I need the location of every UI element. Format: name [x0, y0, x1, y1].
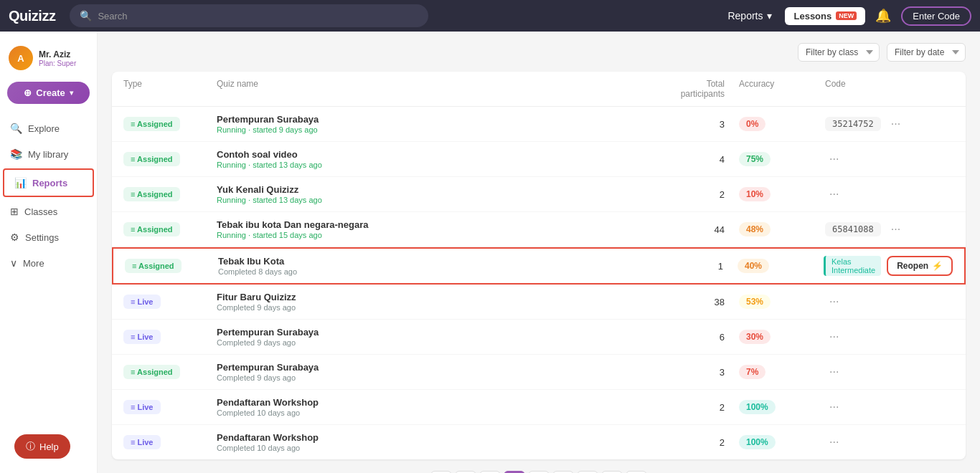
search-bar[interactable]: 🔍: [70, 4, 428, 27]
create-button[interactable]: ⊕ Create ▾: [7, 82, 90, 104]
quiz-name: Yuk Kenali Quizizz: [217, 184, 653, 195]
quiz-status: Running · started 15 days ago: [217, 231, 653, 239]
code-col: ···: [825, 294, 954, 310]
col-type: Type: [123, 79, 217, 99]
accuracy-badge: 0%: [739, 117, 765, 131]
quiz-name: Pertempuran Surabaya: [217, 114, 653, 125]
code-text: 35214752: [825, 117, 881, 131]
more-options-button[interactable]: ···: [825, 186, 843, 202]
type-badge-assigned: ≡ Assigned: [123, 222, 180, 236]
table-row: ≡ Live Fitur Baru Quizizz Completed 9 da…: [112, 285, 966, 320]
sidebar-item-explore[interactable]: 🔍 Explore: [0, 115, 97, 141]
lightning-icon: ⚡: [932, 261, 943, 271]
col-accuracy: Accuracy: [739, 79, 825, 99]
topnav-right: Reports ▾ Lessons NEW 🔔 Enter Code: [722, 5, 971, 27]
table-row: ≡ Assigned Tebak ibu kota Dan negara-neg…: [112, 212, 966, 247]
classes-icon: ⊞: [10, 206, 19, 217]
code-col: ···: [825, 399, 954, 415]
participants-count: 2: [653, 437, 739, 448]
participants-count: 2: [653, 402, 739, 413]
sidebar-item-classes[interactable]: ⊞ Classes: [0, 199, 97, 224]
user-name: Mr. Aziz: [39, 49, 76, 59]
table-row: ≡ Assigned Tebak Ibu Kota Completed 8 da…: [112, 247, 966, 285]
more-options-button[interactable]: ···: [825, 399, 843, 415]
participants-count: 38: [653, 297, 739, 307]
accuracy-badge: 10%: [739, 187, 771, 201]
code-col: 65841088 ···: [825, 221, 954, 237]
quiz-status: Running · started 13 days ago: [217, 161, 653, 169]
code-col: ···: [825, 329, 954, 345]
reopen-button[interactable]: Reopen ⚡: [887, 256, 953, 276]
enter-code-button[interactable]: Enter Code: [901, 6, 971, 26]
new-badge: NEW: [836, 11, 857, 20]
code-text: 65841088: [825, 222, 881, 236]
sidebar-item-more[interactable]: ∨ More: [0, 250, 97, 276]
table-row: ≡ Assigned Pertempuran Surabaya Running …: [112, 107, 966, 142]
search-icon: 🔍: [80, 10, 92, 22]
more-options-button[interactable]: ···: [825, 151, 843, 167]
table-row: ≡ Live Pertempuran Surabaya Completed 9 …: [112, 320, 966, 355]
more-options-button[interactable]: ···: [887, 221, 905, 237]
quiz-status: Completed 9 days ago: [217, 303, 653, 312]
table-header: Type Quiz name Totalparticipants Accurac…: [112, 72, 966, 107]
sidebar: A Mr. Aziz Plan: Super ⊕ Create ▾ 🔍 Expl…: [0, 32, 98, 473]
code-col: Kelas Intermediate Reopen ⚡: [824, 256, 953, 276]
pagination: « ‹ 1 2 3 4 5 › »: [112, 459, 966, 473]
explore-icon: 🔍: [10, 123, 22, 134]
quiz-status: Completed 9 days ago: [217, 373, 653, 382]
library-icon: 📚: [10, 148, 22, 160]
col-participants: Totalparticipants: [653, 79, 739, 99]
help-icon: ⓘ: [26, 440, 35, 453]
quiz-name: Pendaftaran Workshop: [217, 432, 653, 443]
accuracy-badge: 40%: [738, 259, 769, 273]
participants-count: 4: [653, 154, 739, 165]
quiz-name: Fitur Baru Quizizz: [217, 292, 653, 302]
chevron-down-icon: ▾: [767, 10, 772, 22]
sidebar-item-settings[interactable]: ⚙ Settings: [0, 224, 97, 250]
accuracy-badge: 100%: [739, 400, 776, 414]
help-button[interactable]: ⓘ Help: [14, 434, 70, 459]
participants-count: 44: [653, 224, 739, 235]
code-col: ···: [825, 434, 954, 450]
quiz-status: Running · started 13 days ago: [217, 196, 653, 204]
accuracy-badge: 7%: [739, 365, 765, 379]
accuracy-badge: 48%: [739, 222, 771, 236]
type-badge-assigned: ≡ Assigned: [123, 117, 180, 131]
notifications-button[interactable]: 🔔: [872, 5, 894, 27]
sidebar-item-my-library[interactable]: 📚 My library: [0, 141, 97, 167]
chevron-down-icon: ∨: [10, 257, 17, 269]
search-input[interactable]: [98, 11, 418, 22]
top-navigation: Quizizz 🔍 Reports ▾ Lessons NEW 🔔 Enter …: [0, 0, 980, 32]
type-badge-assigned: ≡ Assigned: [125, 259, 182, 273]
more-options-button[interactable]: ···: [825, 364, 843, 380]
sidebar-item-reports[interactable]: 📊 Reports: [3, 168, 94, 197]
user-info: A Mr. Aziz Plan: Super: [0, 39, 97, 82]
reports-table: Type Quiz name Totalparticipants Accurac…: [112, 72, 966, 459]
more-options-button[interactable]: ···: [887, 116, 905, 132]
settings-icon: ⚙: [10, 231, 19, 243]
main-content: Filter by class Filter by date Type Quiz…: [98, 32, 980, 473]
quiz-status: Completed 9 days ago: [217, 338, 653, 347]
filter-date-select[interactable]: Filter by date: [887, 43, 966, 62]
more-options-button[interactable]: ···: [825, 329, 843, 345]
participants-count: 3: [653, 119, 739, 130]
accuracy-badge: 53%: [739, 295, 771, 309]
type-badge-live: ≡ Live: [123, 295, 161, 309]
table-row: ≡ Live Pendaftaran Workshop Completed 10…: [112, 425, 966, 459]
reports-icon: 📊: [14, 177, 27, 188]
col-code: Code: [825, 79, 954, 99]
quiz-name: Contoh soal video: [217, 149, 653, 160]
quiz-status: Completed 10 days ago: [217, 408, 653, 417]
filter-class-select[interactable]: Filter by class: [798, 43, 880, 62]
code-col: ···: [825, 186, 954, 202]
reports-dropdown-button[interactable]: Reports ▾: [722, 7, 778, 24]
chevron-down-icon: ▾: [70, 89, 73, 97]
more-options-button[interactable]: ···: [825, 294, 843, 310]
quiz-status: Running · started 9 days ago: [217, 125, 653, 134]
quiz-name: Tebak Ibu Kota: [218, 256, 651, 267]
lessons-button[interactable]: Lessons NEW: [785, 7, 865, 25]
code-col: ···: [825, 364, 954, 380]
accuracy-badge: 75%: [739, 152, 771, 166]
more-options-button[interactable]: ···: [825, 434, 843, 450]
type-badge-assigned: ≡ Assigned: [123, 152, 180, 166]
